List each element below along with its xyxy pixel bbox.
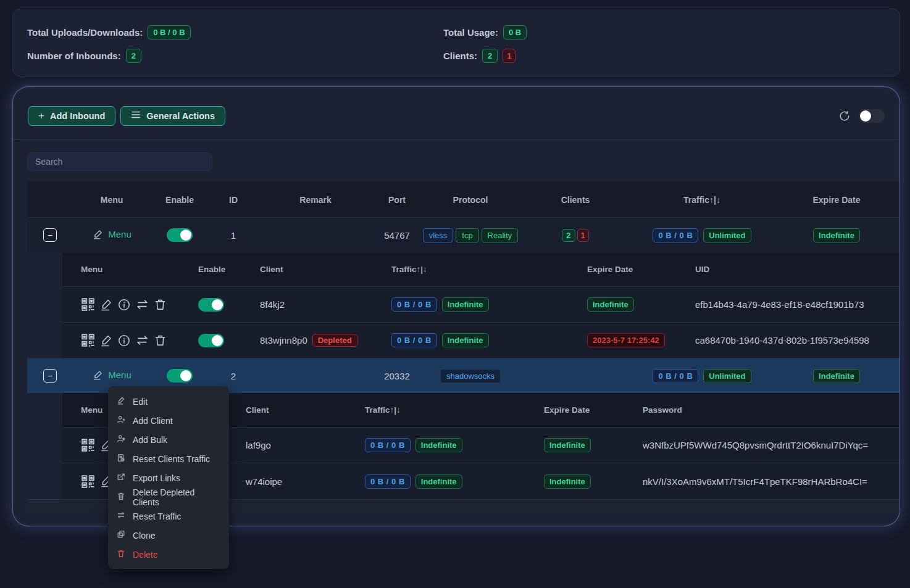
inbound-id: 2 [209,371,258,381]
collapse-button[interactable]: − [43,369,57,383]
menu-item-label: Add Bulk [133,435,167,445]
menu-item-delete-depleted-clients[interactable]: Delete Depleted Clients [108,487,229,507]
theme-toggle-knob [860,110,871,122]
stat-inbounds-value: 2 [126,49,141,63]
toggle-knob [212,335,223,346]
menu-item-clone[interactable]: Clone [108,526,229,545]
stat-clients-active: 2 [482,49,498,63]
delete-icon[interactable] [154,334,167,347]
reset-traffic-icon[interactable] [135,297,149,312]
traffic-badge: 0 B / 0 B [653,228,698,242]
inbound-enable-toggle[interactable] [167,369,193,383]
stat-clients-label: Clients: [443,51,477,61]
stats-card: Total Uploads/Downloads: 0 B / 0 B Total… [12,9,900,77]
col-menu: Menu [62,265,180,274]
traffic-limit-badge: Unlimited [703,228,751,242]
qrcode-icon[interactable] [81,333,95,347]
col-protocol: Protocol [421,195,520,205]
toggle-knob [180,230,191,241]
inbound-row-1: − Menu 1 54767 vless tcp Reality 2 1 0 B… [27,217,900,252]
col-client: Client [244,405,359,415]
col-port: Port [373,195,421,205]
add-inbound-button[interactable]: + Add Inbound [28,106,115,126]
general-actions-button[interactable]: General Actions [120,106,225,126]
client-traffic-badge: 0 B / 0 B [365,438,411,452]
client-traffic-badge: 0 B / 0 B [391,333,437,347]
client-name: w74ioipe [246,476,282,487]
reset-traffic-icon[interactable] [135,333,149,347]
col-client: Client [244,265,368,274]
delete-icon [117,549,125,560]
info-icon[interactable] [117,334,131,347]
theme-toggle[interactable] [859,109,885,123]
inbound-id: 1 [209,230,258,241]
add-client-icon [117,415,125,426]
edit-icon[interactable] [99,334,113,347]
menu-item-label: Delete Depleted Clients [133,487,220,507]
col-enable: Enable [151,195,209,205]
menu-item-label: Clone [133,531,156,540]
search-input[interactable] [27,152,212,171]
col-traffic[interactable]: Traffic↑|↓ [359,405,532,415]
client-limit-badge: Indefinite [415,474,462,489]
client-uid: ca68470b-1940-437d-802b-1f9573e94598 [689,335,900,346]
expire-badge: Indefinite [813,369,860,383]
col-traffic[interactable]: Traffic↑|↓ [631,195,773,205]
stat-clients: Clients: 2 1 [443,49,885,63]
client-limit-badge: Indefinite [415,438,462,452]
col-enable: Enable [180,265,244,274]
qrcode-icon[interactable] [81,438,95,452]
row-menu-button[interactable]: Menu [92,228,131,240]
col-clients: Clients [520,195,631,205]
delete-icon[interactable] [154,298,167,311]
client-enable-toggle[interactable] [198,298,224,312]
qrcode-icon[interactable] [81,474,95,489]
menu-item-label: Edit [133,397,148,407]
client-limit-badge: Indefinite [442,297,489,312]
col-menu: Menu [73,195,151,205]
col-traffic[interactable]: Traffic↑|↓ [368,265,575,274]
delete-depleted-clients-icon [117,492,125,502]
client-expire-badge: Indefinite [544,438,591,452]
traffic-badge: 0 B / 0 B [653,369,698,383]
client-password: w3NfbzUPf5WWd745Q8pvsmQrdrttT2IO6knuI7Di… [633,440,900,450]
inbound-context-menu: Edit Add Client Add Bulk Reset Clients T… [108,386,229,569]
add-inbound-label: Add Inbound [50,111,105,121]
menu-item-delete[interactable]: Delete [108,545,229,564]
toggle-knob [180,370,191,381]
menu-item-label: Reset Traffic [133,511,181,521]
menu-item-label: Delete [133,550,157,560]
col-password: Password [633,405,900,415]
client-enable-toggle[interactable] [198,334,224,347]
client-password: nkV/I/3XoAm9v6xMT/T5IcrF4TpeTKF98rHARbRo… [633,476,900,487]
menu-item-reset-traffic[interactable]: Reset Traffic [108,507,229,526]
inbound-port: 20332 [373,371,421,381]
menu-item-export-links[interactable]: Export Links [108,468,229,487]
menu-item-add-bulk[interactable]: Add Bulk [108,430,229,449]
clients-active-badge: 2 [562,229,575,242]
export-links-icon [117,473,125,483]
menu-item-add-client[interactable]: Add Client [108,411,229,430]
security-tag-reality: Reality [482,228,519,242]
client-uid: efb14b43-4a79-4e83-ef18-e48cf1901b73 [689,299,900,310]
qrcode-icon[interactable] [81,297,95,312]
inbound-enable-toggle[interactable] [167,228,193,242]
inbound-port: 54767 [373,230,421,241]
menu-item-reset-clients-traffic[interactable]: Reset Clients Traffic [108,449,229,468]
col-expire: Expire Date [532,405,633,415]
traffic-limit-badge: Unlimited [703,369,751,383]
refresh-icon[interactable] [838,110,851,122]
hamburger-icon [131,110,141,122]
client-row: 8t3wjnn8p0 Depleted 0 B / 0 B Indefinite… [62,322,900,358]
menu-item-edit[interactable]: Edit [108,392,229,411]
row-menu-button[interactable]: Menu [92,369,131,381]
client-name: laf9go [246,440,271,450]
reset-traffic-icon [117,511,125,521]
menu-item-label: Export Links [133,473,180,483]
inbounds-table-header: Menu Enable ID Remark Port Protocol Clie… [27,182,900,217]
collapse-button[interactable]: − [43,228,57,242]
edit-icon[interactable] [99,298,113,312]
info-icon[interactable] [117,298,131,312]
stat-uploads-value: 0 B / 0 B [148,25,190,39]
clients-depleted-badge: 1 [577,229,589,242]
